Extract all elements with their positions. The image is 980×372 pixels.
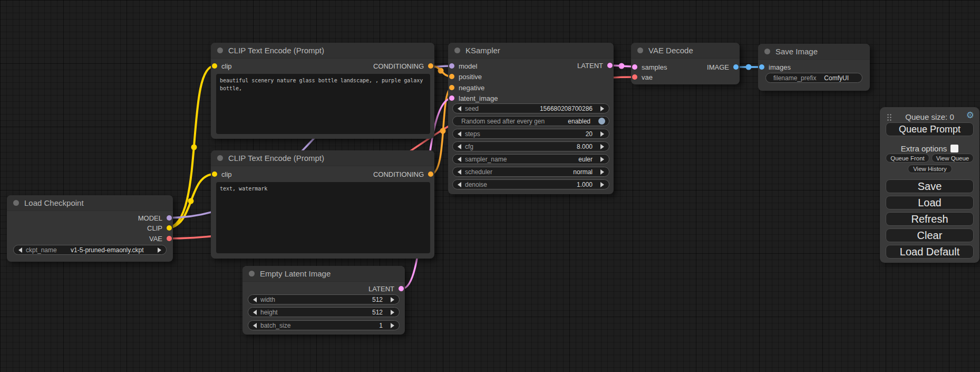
latent-slot-dot[interactable] — [399, 286, 404, 291]
input-slot-images[interactable]: images — [759, 63, 791, 71]
increment-arrow-icon[interactable] — [600, 144, 604, 149]
model-slot-dot[interactable] — [167, 215, 172, 221]
decrement-arrow-icon[interactable] — [458, 169, 461, 175]
input-slot-clip[interactable]: clip — [212, 170, 232, 178]
input-slot-model[interactable]: model — [449, 62, 477, 70]
clip-slot-dot[interactable] — [212, 63, 217, 69]
decrement-arrow-icon[interactable] — [253, 297, 257, 302]
node-title-bar[interactable]: CLIP Text Encode (Prompt) — [211, 150, 434, 166]
node-graph-canvas[interactable]: Load Checkpoint MODEL CLIP VAE ckpt_name… — [0, 0, 980, 372]
output-slot-image[interactable]: IMAGE — [707, 63, 739, 71]
increment-arrow-icon[interactable] — [600, 106, 604, 111]
node-title-bar[interactable]: Save Image — [758, 44, 870, 60]
input-slot-latent-image[interactable]: latent_image — [449, 94, 498, 102]
image-slot-dot[interactable] — [759, 64, 764, 70]
latent-slot-dot[interactable] — [449, 96, 454, 101]
output-slot-conditioning[interactable]: CONDITIONING — [373, 62, 433, 70]
node-load-checkpoint[interactable]: Load Checkpoint MODEL CLIP VAE ckpt_name… — [7, 195, 173, 262]
node-title-bar[interactable]: Empty Latent Image — [242, 266, 405, 282]
node-empty-latent-image[interactable]: Empty Latent Image LATENT width 512 heig… — [242, 266, 405, 335]
input-slot-vae[interactable]: vae — [632, 73, 653, 81]
output-slot-vae[interactable]: VAE — [149, 234, 172, 243]
decrement-arrow-icon[interactable] — [18, 247, 22, 253]
collapse-dot-icon[interactable] — [249, 271, 255, 276]
image-slot-dot[interactable] — [733, 64, 739, 70]
seed-widget[interactable]: seed 156680208700286 — [452, 103, 609, 113]
conditioning-slot-dot[interactable] — [428, 63, 433, 69]
increment-arrow-icon[interactable] — [600, 131, 604, 137]
collapse-dot-icon[interactable] — [454, 47, 460, 53]
latent-slot-dot[interactable] — [607, 63, 613, 68]
conditioning-slot-dot[interactable] — [428, 171, 433, 177]
increment-arrow-icon[interactable] — [391, 310, 394, 315]
input-slot-samples[interactable]: samples — [632, 63, 667, 71]
output-slot-conditioning[interactable]: CONDITIONING — [373, 170, 433, 178]
node-vae-decode[interactable]: VAE Decode samples vae IMAGE — [631, 43, 740, 84]
decrement-arrow-icon[interactable] — [253, 310, 257, 315]
collapse-dot-icon[interactable] — [217, 155, 223, 161]
input-slot-positive[interactable]: positive — [449, 72, 482, 81]
conditioning-slot-dot[interactable] — [449, 85, 454, 90]
node-clip-text-encode-negative[interactable]: CLIP Text Encode (Prompt) clip CONDITION… — [211, 150, 434, 259]
scheduler-widget[interactable]: scheduler normal — [452, 167, 609, 177]
save-button[interactable]: Save — [886, 179, 974, 193]
sampler-name-widget[interactable]: sampler_name euler — [452, 154, 609, 164]
node-title-bar[interactable]: Load Checkpoint — [7, 195, 173, 211]
model-slot-dot[interactable] — [449, 63, 454, 69]
clip-slot-dot[interactable] — [212, 171, 217, 177]
prompt-textarea[interactable]: beautiful scenery nature glass bottle la… — [216, 74, 430, 134]
node-title-bar[interactable]: VAE Decode — [631, 43, 740, 59]
output-slot-latent[interactable]: LATENT — [577, 61, 613, 70]
vae-slot-dot[interactable] — [167, 236, 172, 241]
view-queue-button[interactable]: View Queue — [932, 154, 974, 163]
node-title-bar[interactable]: KSampler — [448, 43, 614, 59]
view-history-button[interactable]: View History — [908, 165, 952, 173]
load-default-button[interactable]: Load Default — [886, 245, 974, 259]
batch-size-widget[interactable]: batch_size 1 — [248, 320, 400, 330]
decrement-arrow-icon[interactable] — [458, 182, 461, 187]
increment-arrow-icon[interactable] — [158, 247, 161, 253]
decrement-arrow-icon[interactable] — [458, 106, 461, 111]
output-slot-clip[interactable]: CLIP — [147, 224, 172, 232]
collapse-dot-icon[interactable] — [637, 47, 643, 53]
node-clip-text-encode-positive[interactable]: CLIP Text Encode (Prompt) clip CONDITION… — [211, 43, 434, 139]
increment-arrow-icon[interactable] — [600, 182, 604, 187]
collapse-dot-icon[interactable] — [764, 49, 770, 54]
input-slot-clip[interactable]: clip — [212, 62, 232, 70]
gear-icon[interactable]: ⚙ — [966, 110, 974, 121]
collapse-dot-icon[interactable] — [217, 47, 223, 53]
queue-front-button[interactable]: Queue Front — [886, 154, 929, 163]
decrement-arrow-icon[interactable] — [458, 144, 461, 149]
increment-arrow-icon[interactable] — [600, 169, 604, 175]
random-seed-widget[interactable]: Random seed after every gen enabled — [452, 116, 609, 126]
decrement-arrow-icon[interactable] — [253, 323, 257, 328]
vae-slot-dot[interactable] — [632, 74, 637, 80]
extra-options-checkbox[interactable] — [950, 145, 958, 152]
clip-slot-dot[interactable] — [167, 225, 172, 231]
conditioning-slot-dot[interactable] — [449, 74, 454, 79]
clear-button[interactable]: Clear — [886, 228, 974, 242]
output-slot-latent[interactable]: LATENT — [368, 284, 404, 293]
filename-prefix-widget[interactable]: filename_prefix ComfyUI — [765, 73, 862, 83]
increment-arrow-icon[interactable] — [600, 157, 604, 162]
toggle-enabled-icon[interactable] — [598, 118, 605, 125]
increment-arrow-icon[interactable] — [391, 297, 394, 302]
queue-prompt-button[interactable]: Queue Prompt — [886, 122, 974, 136]
input-slot-negative[interactable]: negative — [449, 83, 484, 92]
height-widget[interactable]: height 512 — [248, 307, 400, 317]
ckpt-name-widget[interactable]: ckpt_name v1-5-pruned-emaonly.ckpt — [13, 245, 167, 255]
refresh-button[interactable]: Refresh — [886, 212, 974, 226]
latent-slot-dot[interactable] — [632, 64, 637, 70]
node-title-bar[interactable]: CLIP Text Encode (Prompt) — [211, 43, 434, 59]
decrement-arrow-icon[interactable] — [458, 157, 461, 162]
output-slot-model[interactable]: MODEL — [138, 214, 172, 222]
decrement-arrow-icon[interactable] — [458, 131, 461, 137]
increment-arrow-icon[interactable] — [391, 323, 394, 328]
prompt-textarea[interactable]: text, watermark — [216, 182, 430, 253]
node-ksampler[interactable]: KSampler model positive negative latent_… — [448, 43, 614, 194]
width-widget[interactable]: width 512 — [248, 294, 400, 304]
load-button[interactable]: Load — [886, 196, 974, 209]
steps-widget[interactable]: steps 20 — [452, 129, 609, 139]
collapse-dot-icon[interactable] — [13, 200, 19, 206]
node-save-image[interactable]: Save Image images filename_prefix ComfyU… — [758, 44, 870, 91]
